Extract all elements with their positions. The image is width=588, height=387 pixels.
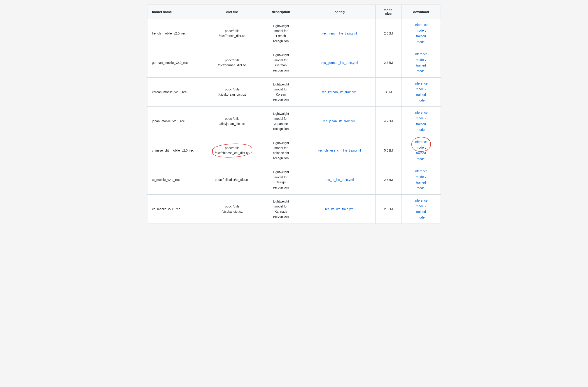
cell-config[interactable]: rec_japan_lite_train.yml <box>304 107 375 136</box>
cell-description: Lightweightmodel forGermanrecognition <box>258 48 304 77</box>
config-link[interactable]: rec_te_lite_train.yml <box>325 178 354 182</box>
trained-model-link[interactable]: model <box>417 40 425 44</box>
cell-model-size: 3.9M <box>376 77 401 107</box>
inference-link[interactable]: inference <box>415 199 428 202</box>
table-row: korean_mobile_v2.0_recppocr/utils/dict/k… <box>147 77 441 107</box>
cell-model-name: chinese_cht_mobile_v2.0_rec <box>147 136 206 165</box>
config-link[interactable]: rec_french_lite_train.yml <box>322 32 357 35</box>
cell-model-name: korean_mobile_v2.0_rec <box>147 77 206 107</box>
cell-model-size: 4.23M <box>376 107 401 136</box>
inference-model-link[interactable]: model <box>416 58 424 61</box>
inference-model-link[interactable]: model <box>416 116 424 120</box>
header-download: download <box>401 5 441 19</box>
trained-model-link[interactable]: model <box>417 216 425 219</box>
table-row: te_mobile_v2.0_recppocr/utils/dict/te_di… <box>147 165 441 194</box>
trained-model-link[interactable]: model <box>417 128 425 132</box>
cell-dict-file: ppocr/utils/dict/ka_dict.txt <box>206 194 258 224</box>
config-link[interactable]: rec_ka_lite_train.yml <box>325 207 354 211</box>
download-highlight: inferencemodel / <box>415 139 428 150</box>
inference-link[interactable]: inference <box>415 52 428 56</box>
cell-config[interactable]: rec_korean_lite_train.yml <box>304 77 375 107</box>
cell-model-name: ka_mobile_v2.0_rec <box>147 194 206 224</box>
config-link[interactable]: rec_chinese_cht_lite_train.yml <box>318 149 361 152</box>
trained-link[interactable]: trained <box>416 122 426 126</box>
trained-link[interactable]: trained <box>416 181 426 184</box>
cell-description: Lightweightmodel forFrenchrecognition <box>258 19 304 48</box>
cell-download: inferencemodel /trainedmodel <box>401 48 441 77</box>
table-row: ka_mobile_v2.0_recppocr/utils/dict/ka_di… <box>147 194 441 224</box>
cell-model-size: 2.63M <box>376 194 401 224</box>
trained-model-link[interactable]: model <box>417 157 425 161</box>
models-table: model name dict file description config … <box>147 5 441 224</box>
cell-dict-file: ppocr/utils/dict/te_dict.txt <box>206 165 258 194</box>
header-dict-file: dict file <box>206 5 258 19</box>
cell-description: Lightweightmodel forJapaneserecognition <box>258 107 304 136</box>
cell-model-size: 5.63M <box>376 136 401 165</box>
cell-download: inferencemodel /trainedmodel <box>401 107 441 136</box>
cell-dict-file: ppocr/utils/dict/korean_dict.txt <box>206 77 258 107</box>
table-row: chinese_cht_mobile_v2.0_recppocr/utils/d… <box>147 136 441 165</box>
cell-model-name: french_mobile_v2.0_rec <box>147 19 206 48</box>
trained-link[interactable]: trained <box>416 151 426 155</box>
inference-model-link[interactable]: model <box>416 29 424 32</box>
inference-link[interactable]: inference <box>415 169 428 173</box>
cell-description: Lightweightmodel forKoreanrecognition <box>258 77 304 107</box>
table-row: french_mobile_v2.0_recppocr/utils/dict/f… <box>147 19 441 48</box>
config-link[interactable]: rec_japan_lite_train.yml <box>323 119 356 123</box>
cell-config[interactable]: rec_te_lite_train.yml <box>304 165 375 194</box>
cell-download: inferencemodel /trainedmodel <box>401 165 441 194</box>
cell-config[interactable]: rec_french_lite_train.yml <box>304 19 375 48</box>
cell-model-name: japan_mobile_v2.0_rec <box>147 107 206 136</box>
cell-model-size: 2.65M <box>376 19 401 48</box>
trained-link[interactable]: trained <box>416 210 426 213</box>
cell-download: inferencemodel /trainedmodel <box>401 19 441 48</box>
trained-model-link[interactable]: model <box>417 69 425 73</box>
cell-download: inferencemodel /trainedmodel <box>401 194 441 224</box>
cell-dict-file: ppocr/utils/dict/japan_dict.txt <box>206 107 258 136</box>
inference-model-link[interactable]: model <box>416 87 424 91</box>
inference-link[interactable]: inference <box>415 140 428 144</box>
cell-dict-file: ppocr/utils/dict/german_dict.txt <box>206 48 258 77</box>
cell-model-name: te_mobile_v2.0_rec <box>147 165 206 194</box>
header-model-size: modelsize <box>376 5 401 19</box>
inference-model-link[interactable]: model <box>416 175 424 179</box>
cell-model-size: 2.63M <box>376 165 401 194</box>
cell-download: inferencemodel /trainedmodel <box>401 136 441 165</box>
cell-config[interactable]: rec_german_lite_train.yml <box>304 48 375 77</box>
cell-download: inferencemodel /trainedmodel <box>401 77 441 107</box>
cell-dict-file: ppocr/utils/dict/chinese_cht_dict.txt <box>206 136 258 165</box>
trained-link[interactable]: trained <box>416 64 426 67</box>
table-row: german_mobile_v2.0_recppocr/utils/dict/g… <box>147 48 441 77</box>
config-link[interactable]: rec_korean_lite_train.yml <box>322 90 357 94</box>
inference-link[interactable]: inference <box>415 111 428 114</box>
cell-config[interactable]: rec_ka_lite_train.yml <box>304 194 375 224</box>
trained-link[interactable]: trained <box>416 34 426 38</box>
table-header-row: model name dict file description config … <box>147 5 441 19</box>
header-config: config <box>304 5 375 19</box>
cell-description: Lightweightmodel forKannadarecognition <box>258 194 304 224</box>
cell-model-size: 2.65M <box>376 48 401 77</box>
config-link[interactable]: rec_german_lite_train.yml <box>321 61 358 64</box>
trained-link[interactable]: trained <box>416 93 426 97</box>
inference-link[interactable]: inference <box>415 23 428 27</box>
cell-model-name: german_mobile_v2.0_rec <box>147 48 206 77</box>
cell-description: Lightweightmodel forTelugurecognition <box>258 165 304 194</box>
trained-model-link[interactable]: model <box>417 186 425 190</box>
header-model-name: model name <box>147 5 206 19</box>
cell-dict-file: ppocr/utils/dict/french_dict.txt <box>206 19 258 48</box>
header-description: description <box>258 5 304 19</box>
table-row: japan_mobile_v2.0_recppocr/utils/dict/ja… <box>147 107 441 136</box>
dict-file-highlight: ppocr/utils/dict/chinese_cht_dict.txt <box>215 145 250 155</box>
cell-config[interactable]: rec_chinese_cht_lite_train.yml <box>304 136 375 165</box>
inference-model-link[interactable]: model <box>416 204 424 208</box>
inference-model-link[interactable]: model <box>416 146 424 149</box>
trained-model-link[interactable]: model <box>417 98 425 102</box>
inference-link[interactable]: inference <box>415 82 428 85</box>
cell-description: Lightweightmodel forchinese chtrecogniti… <box>258 136 304 165</box>
table-container: model name dict file description config … <box>147 4 441 224</box>
